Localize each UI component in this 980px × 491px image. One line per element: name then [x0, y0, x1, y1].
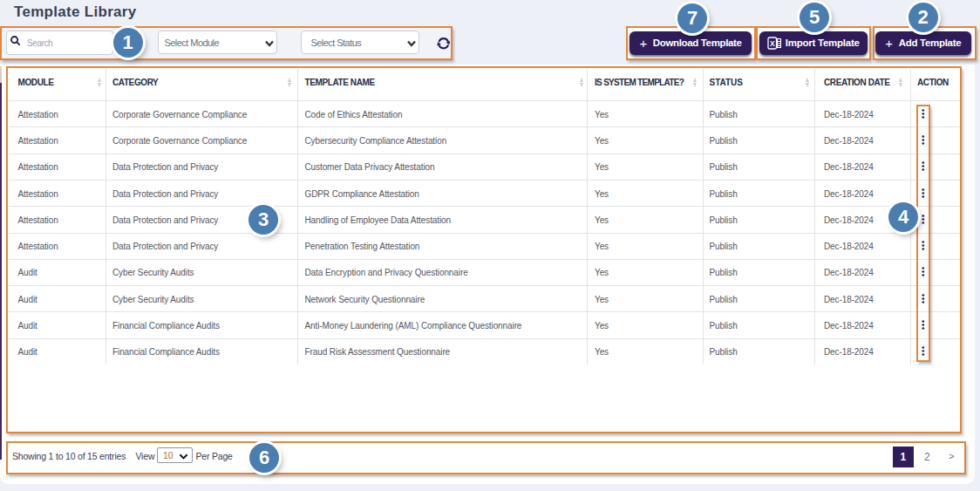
svg-text:X: X: [770, 38, 775, 47]
